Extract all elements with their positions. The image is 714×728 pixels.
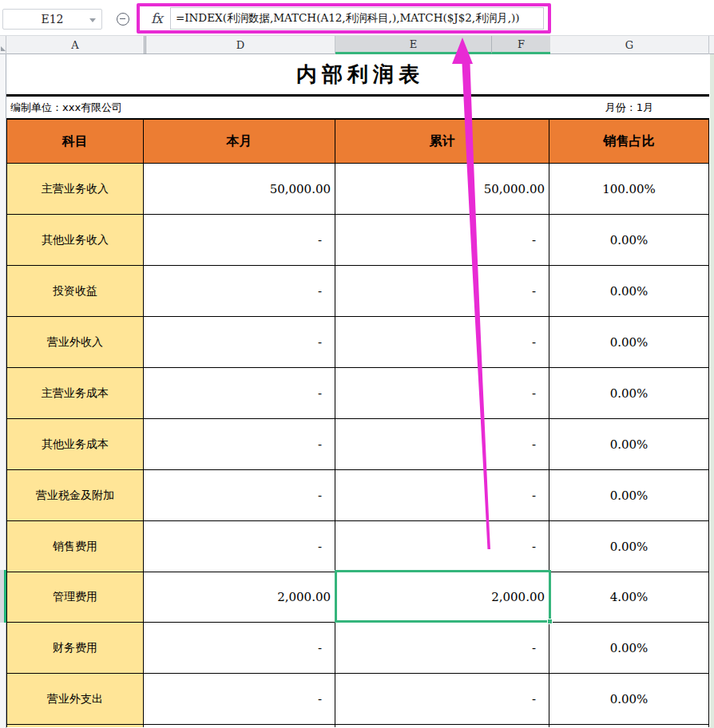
name-box[interactable]: E12 — [2, 9, 102, 30]
sales-ratio-cell[interactable]: 0.00% — [549, 470, 709, 521]
row-header-strip[interactable] — [0, 54, 6, 728]
header-subject[interactable]: 科目 — [6, 120, 144, 164]
prepared-by-label: 编制单位：xxx有限公司 — [6, 101, 549, 115]
cumulative-cell[interactable]: 50,000.00 — [335, 164, 549, 215]
table-row: 营业外支出 - - 0.00% — [6, 674, 709, 725]
subject-cell[interactable]: 其他业务成本 — [6, 419, 144, 470]
column-header-f[interactable]: F — [492, 36, 550, 54]
table-row: 其他业务成本 - - 0.00% — [6, 419, 709, 470]
name-box-value: E12 — [41, 13, 63, 26]
subject-cell[interactable]: 投资收益 — [6, 266, 144, 317]
cumulative-cell[interactable]: - — [335, 470, 549, 521]
cumulative-cell[interactable]: 2,000.00 — [335, 572, 549, 623]
clipped-next-row — [6, 725, 709, 727]
fx-icon[interactable]: fx — [151, 10, 162, 26]
subject-cell[interactable]: 管理费用 — [6, 572, 144, 623]
column-header-row: A D E F G — [0, 36, 714, 54]
cumulative-cell[interactable]: - — [335, 623, 549, 674]
circle-minus-icon[interactable] — [117, 13, 129, 26]
subject-cell[interactable]: 销售费用 — [6, 521, 144, 572]
current-month-cell[interactable]: - — [144, 419, 335, 470]
subject-cell[interactable]: 主营业务成本 — [6, 368, 144, 419]
chevron-down-icon[interactable] — [89, 18, 96, 22]
current-month-cell[interactable]: - — [144, 521, 335, 572]
subject-cell[interactable]: 营业税金及附加 — [6, 470, 144, 521]
column-header-a[interactable]: A — [6, 36, 144, 54]
next-column-sliver — [710, 54, 714, 728]
sales-ratio-cell[interactable]: 0.00% — [549, 419, 709, 470]
title-row[interactable]: 内部利润表 — [6, 54, 709, 97]
table-row: 主营业务收入 50,000.00 50,000.00 100.00% — [6, 164, 709, 215]
subject-cell[interactable]: 营业外收入 — [6, 317, 144, 368]
header-sales-ratio[interactable]: 销售占比 — [549, 120, 709, 164]
cumulative-cell[interactable]: - — [335, 215, 549, 266]
cumulative-cell[interactable]: - — [335, 368, 549, 419]
subject-cell[interactable]: 营业外支出 — [6, 674, 144, 725]
header-cumulative[interactable]: 累计 — [335, 120, 549, 164]
subject-cell[interactable]: 主营业务收入 — [6, 164, 144, 215]
table-row: 营业外收入 - - 0.00% — [6, 317, 709, 368]
current-month-cell[interactable]: - — [144, 266, 335, 317]
table-row: 财务费用 - - 0.00% — [6, 623, 709, 674]
sales-ratio-cell[interactable]: 0.00% — [549, 623, 709, 674]
column-header-d[interactable]: D — [146, 36, 335, 54]
cumulative-cell[interactable]: - — [335, 317, 549, 368]
selected-row-indicator — [0, 570, 6, 623]
sales-ratio-cell[interactable]: 0.00% — [549, 317, 709, 368]
info-row[interactable]: 编制单位：xxx有限公司 月份：1月 — [6, 97, 709, 120]
profit-table: 内部利润表 编制单位：xxx有限公司 月份：1月 科目 本月 累计 销售占比 主… — [6, 54, 709, 727]
current-month-cell[interactable]: - — [144, 470, 335, 521]
sales-ratio-cell[interactable]: 0.00% — [549, 215, 709, 266]
month-label: 月份：1月 — [549, 101, 709, 115]
current-month-cell[interactable]: - — [144, 215, 335, 266]
sales-ratio-cell[interactable]: 0.00% — [549, 674, 709, 725]
column-header-end-stub — [709, 36, 714, 54]
sales-ratio-cell[interactable]: 0.00% — [549, 521, 709, 572]
current-month-cell[interactable]: - — [144, 623, 335, 674]
formula-text: =INDEX(利润数据,MATCH(A12,利润科目,),MATCH($J$2,… — [176, 11, 520, 26]
table-body: 主营业务收入 50,000.00 50,000.00 100.00% 其他业务收… — [6, 164, 709, 725]
select-all-corner[interactable] — [0, 36, 6, 54]
current-month-cell[interactable]: 2,000.00 — [144, 572, 335, 623]
sales-ratio-cell[interactable]: 0.00% — [549, 266, 709, 317]
current-month-cell[interactable]: 50,000.00 — [144, 164, 335, 215]
spreadsheet-app: E12 fx =INDEX(利润数据,MATCH(A12,利润科目,),MATC… — [0, 0, 714, 728]
header-current-month[interactable]: 本月 — [144, 120, 335, 164]
formula-bar-chrome: E12 fx =INDEX(利润数据,MATCH(A12,利润科目,),MATC… — [0, 0, 714, 36]
sales-ratio-cell[interactable]: 0.00% — [549, 368, 709, 419]
current-month-cell[interactable]: - — [144, 674, 335, 725]
column-header-g[interactable]: G — [550, 36, 709, 54]
cumulative-cell[interactable]: - — [335, 521, 549, 572]
current-month-cell[interactable]: - — [144, 317, 335, 368]
sales-ratio-cell[interactable]: 100.00% — [549, 164, 709, 215]
table-header-row: 科目 本月 累计 销售占比 — [6, 120, 709, 164]
current-month-cell[interactable]: - — [144, 368, 335, 419]
table-row: 销售费用 - - 0.00% — [6, 521, 709, 572]
subject-cell[interactable]: 财务费用 — [6, 623, 144, 674]
formula-annotation-box: fx =INDEX(利润数据,MATCH(A12,利润科目,),MATCH($J… — [137, 3, 551, 34]
table-row: 营业税金及附加 - - 0.00% — [6, 470, 709, 521]
sales-ratio-cell[interactable]: 4.00% — [549, 572, 709, 623]
report-title: 内部利润表 — [292, 61, 424, 89]
table-row: 主营业务成本 - - 0.00% — [6, 368, 709, 419]
table-row: 投资收益 - - 0.00% — [6, 266, 709, 317]
cumulative-cell[interactable]: - — [335, 674, 549, 725]
column-header-e[interactable]: E — [335, 36, 492, 54]
table-row: 其他业务收入 - - 0.00% — [6, 215, 709, 266]
cumulative-cell[interactable]: - — [335, 266, 549, 317]
subject-cell[interactable]: 其他业务收入 — [6, 215, 144, 266]
formula-input[interactable]: =INDEX(利润数据,MATCH(A12,利润科目,),MATCH($J$2,… — [170, 7, 544, 30]
table-row: 管理费用 2,000.00 2,000.00 4.00% — [6, 572, 709, 623]
cumulative-cell[interactable]: - — [335, 419, 549, 470]
